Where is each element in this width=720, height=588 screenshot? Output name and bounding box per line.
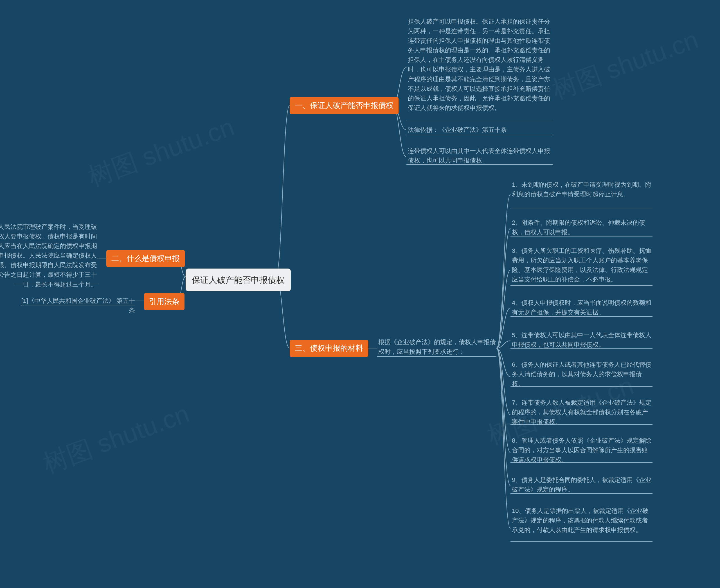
branch-node-1[interactable]: 一、保证人破产能否申报债权 — [290, 97, 398, 114]
root-title: 保证人破产能否申报债权 — [192, 275, 285, 285]
section3-item-1: 1、未到期的债权，在破产申请受理时视为到期。附利息的债权自破产申请受理时起停止计… — [512, 180, 653, 199]
branch-1-label: 一、保证人破产能否申报债权 — [295, 101, 393, 110]
watermark: 树图 shutu.cn — [38, 397, 194, 481]
watermark: 树图 shutu.cn — [547, 22, 703, 107]
branch-3-label: 三、债权申报的材料 — [295, 344, 363, 352]
section3-item-2: 2、附条件、附期限的债权和诉讼、仲裁未决的债权，债权人可以申报。 — [512, 218, 653, 237]
connector-lines — [0, 0, 720, 588]
section3-item-10: 10、债务人是票据的出票人，被裁定适用《企业破产法》规定的程序，该票据的付款人继… — [512, 506, 653, 535]
section1-p2: 法律依据：《企业破产法》第五十条 — [408, 125, 553, 135]
branch-node-3[interactable]: 三、债权申报的材料 — [290, 340, 368, 357]
section3-item-7: 7、连带债务人数人被裁定适用《企业破产法》规定的程序的，其债权人有权就全部债权分… — [512, 398, 653, 426]
section3-item-4: 4、债权人申报债权时，应当书面说明债权的数额和有无财产担保，并提交有关证据。 — [512, 298, 653, 317]
root-node[interactable]: 保证人破产能否申报债权 — [186, 269, 291, 291]
section4-citation: [1]《中华人民共和国企业破产法》 第五十条 — [20, 296, 135, 315]
branch-node-4[interactable]: 引用法条 — [144, 293, 185, 310]
watermark: 树图 shutu.cn — [83, 110, 239, 194]
section3-item-3: 3、债务人所欠职工的工资和医疗、伤残补助、抚恤费用，所欠的应当划入职工个人账户的… — [512, 246, 653, 284]
section1-p3: 连带债权人可以由其中一人代表全体连带债权人申报债权，也可以共同申报债权。 — [408, 146, 553, 165]
section3-item-6: 6、债务人的保证人或者其他连带债务人已经代替债务人清偿债务的，以其对债务人的求偿… — [512, 360, 653, 388]
section3-item-5: 5、连带债权人可以由其中一人代表全体连带债权人申报债权，也可以共同申报债权。 — [512, 331, 653, 350]
branch-node-2[interactable]: 二、什么是债权申报 — [106, 250, 185, 267]
section3-item-8: 8、管理人或者债务人依照《企业破产法》规定解除合同的，对方当事人以因合同解除所产… — [512, 436, 653, 465]
section3-item-9: 9、债务人是委托合同的委托人，被裁定适用《企业破产法》规定的程序。 — [512, 475, 653, 495]
section2-p1: 债权申报是指人民法院审理破产案件时，当受理破产申请后，债权人要申报债权。债权申报… — [0, 222, 97, 289]
branch-4-label: 引用法条 — [149, 297, 180, 306]
section1-p1: 担保人破产可以申报债权。保证人承担的保证责任分为两种，一种是连带责任，另一种是补… — [408, 17, 553, 113]
section3-intro: 根据《企业破产法》的规定，债权人申报债权时，应当按照下列要求进行： — [378, 337, 496, 357]
branch-2-label: 二、什么是债权申报 — [111, 254, 180, 262]
